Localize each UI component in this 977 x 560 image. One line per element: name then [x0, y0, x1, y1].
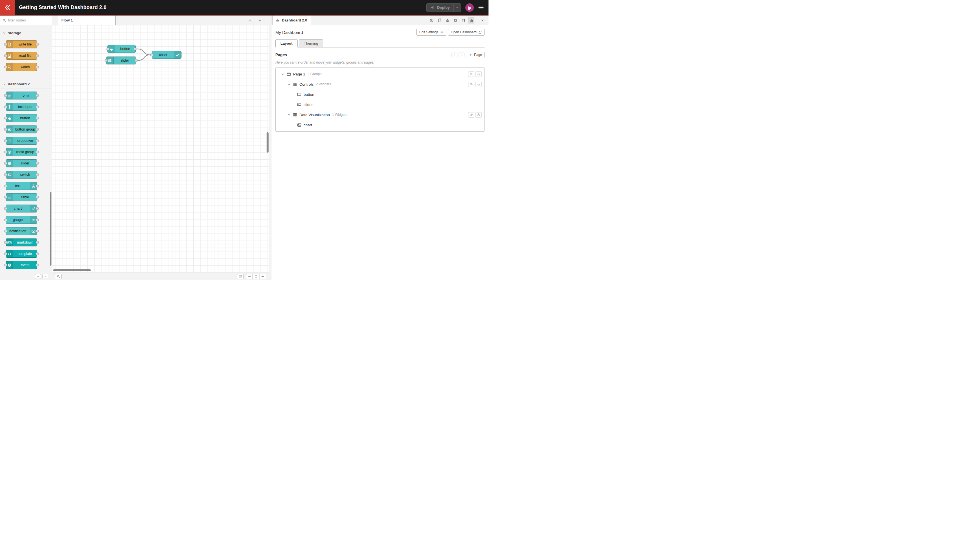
visibility-toggle-button[interactable] — [468, 82, 474, 87]
palette-node-slider[interactable]: slider — [6, 159, 37, 167]
input-port[interactable] — [4, 66, 7, 68]
deploy-options-button[interactable] — [453, 4, 461, 12]
palette-node-event[interactable]: event — [6, 261, 37, 269]
tree-row-button[interactable]: button — [276, 89, 484, 100]
palette-node-radio-group[interactable]: radio group — [6, 148, 37, 156]
input-port[interactable] — [4, 55, 7, 57]
move-page-down-button[interactable] — [459, 53, 464, 57]
palette-node-chart[interactable]: chart — [6, 205, 37, 212]
lock-toggle-button[interactable] — [476, 112, 482, 118]
input-port[interactable] — [4, 241, 7, 244]
output-port[interactable] — [36, 43, 39, 46]
tab-theming[interactable]: Theming — [299, 39, 323, 47]
flow-canvas[interactable]: buttonsliderchart — [52, 25, 269, 273]
output-port[interactable] — [36, 151, 39, 153]
add-page-button[interactable]: Page — [467, 52, 484, 58]
sidebar-menu-button[interactable] — [479, 17, 486, 23]
output-port[interactable] — [135, 59, 138, 62]
palette-scroll-down-button[interactable] — [42, 274, 48, 279]
input-port[interactable] — [4, 43, 7, 46]
flow-node-chart[interactable]: chart — [152, 51, 182, 59]
output-port[interactable] — [36, 94, 39, 97]
add-flow-button[interactable] — [248, 18, 252, 22]
palette-node-button-group[interactable]: button group — [6, 125, 37, 133]
flow-list-button[interactable] — [258, 18, 262, 22]
context-button[interactable] — [460, 17, 466, 23]
horizontal-scrollbar[interactable] — [53, 269, 91, 271]
input-port[interactable] — [106, 48, 109, 50]
info-button[interactable] — [428, 17, 435, 23]
config-button[interactable] — [452, 17, 459, 23]
palette-category-storage[interactable]: storage — [0, 29, 52, 37]
output-port[interactable] — [36, 128, 39, 131]
lock-toggle-button[interactable] — [476, 82, 482, 87]
output-port[interactable] — [36, 253, 39, 255]
input-port[interactable] — [4, 140, 7, 142]
output-port[interactable] — [36, 185, 39, 187]
output-port[interactable] — [36, 66, 39, 68]
output-port[interactable] — [36, 219, 39, 221]
sidebar-resize-handle[interactable] — [269, 15, 271, 280]
move-page-up-button[interactable] — [451, 53, 458, 57]
tree-row-page-1[interactable]: Page 12 Groups — [276, 69, 484, 79]
output-port[interactable] — [36, 241, 39, 244]
deploy-button[interactable]: Deploy — [426, 3, 461, 12]
hamburger-menu-icon[interactable] — [478, 5, 484, 10]
input-port[interactable] — [150, 54, 154, 56]
tree-row-controls[interactable]: Controls2 Widgets — [276, 79, 484, 89]
vertical-scrollbar[interactable] — [267, 132, 269, 153]
input-port[interactable] — [4, 162, 7, 165]
input-port[interactable] — [4, 264, 7, 267]
edit-settings-button[interactable]: Edit Settings — [416, 29, 446, 36]
zoom-out-button[interactable] — [246, 274, 253, 279]
tree-row-data-visualization[interactable]: Data Visualization1 Widgets — [276, 110, 484, 120]
palette-node-write-file[interactable]: write file — [6, 40, 37, 48]
input-port[interactable] — [4, 219, 7, 221]
navigator-toggle-button[interactable] — [237, 274, 244, 279]
search-flows-button[interactable] — [55, 274, 62, 279]
input-port[interactable] — [4, 173, 7, 176]
input-port[interactable] — [4, 128, 7, 131]
input-port[interactable] — [105, 59, 108, 62]
palette-node-notification[interactable]: notification — [6, 227, 37, 235]
output-port[interactable] — [36, 230, 39, 233]
palette-category-dashboard-2[interactable]: dashboard 2 — [0, 80, 52, 88]
palette-node-template[interactable]: template — [6, 250, 37, 258]
wire[interactable] — [138, 55, 150, 60]
visibility-toggle-button[interactable] — [468, 72, 474, 77]
output-port[interactable] — [36, 264, 39, 267]
palette-node-text-input[interactable]: text input — [6, 103, 37, 111]
palette-node-switch[interactable]: switch — [6, 171, 37, 178]
output-port[interactable] — [36, 162, 39, 165]
palette-node-table[interactable]: table — [6, 193, 37, 201]
palette-node-gauge[interactable]: gauge — [6, 216, 37, 224]
tree-row-chart[interactable]: chart — [276, 120, 484, 130]
flow-tab[interactable]: Flow 1 — [58, 15, 115, 25]
palette-node-watch[interactable]: watch — [6, 63, 37, 71]
flow-node-slider[interactable]: slider — [106, 57, 136, 64]
chevron-down-icon[interactable] — [287, 113, 291, 117]
palette-node-text[interactable]: text — [6, 182, 37, 190]
input-port[interactable] — [4, 230, 7, 233]
tab-layout[interactable]: Layout — [276, 39, 298, 47]
input-port[interactable] — [4, 94, 7, 97]
input-port[interactable] — [4, 207, 7, 210]
palette-node-button[interactable]: button — [6, 114, 37, 122]
visibility-toggle-button[interactable] — [468, 112, 474, 118]
output-port[interactable] — [36, 196, 39, 198]
chevron-down-icon[interactable] — [281, 73, 284, 76]
input-port[interactable] — [4, 117, 7, 120]
sidebar-tab-dashboard[interactable]: Dashboard 2.0 — [272, 15, 311, 25]
palette-scroll-up-button[interactable] — [35, 274, 41, 279]
output-port[interactable] — [36, 140, 39, 142]
output-port[interactable] — [36, 55, 39, 57]
palette-node-form[interactable]: form — [6, 92, 37, 100]
input-port[interactable] — [4, 106, 7, 108]
wire[interactable] — [137, 49, 150, 55]
output-port[interactable] — [36, 207, 39, 210]
palette-node-markdown[interactable]: markdown — [6, 238, 37, 247]
palette-node-dropdown[interactable]: dropdown — [6, 137, 37, 145]
palette-scrollbar[interactable] — [50, 192, 52, 266]
output-port[interactable] — [134, 48, 137, 50]
debug-button[interactable] — [444, 17, 451, 23]
